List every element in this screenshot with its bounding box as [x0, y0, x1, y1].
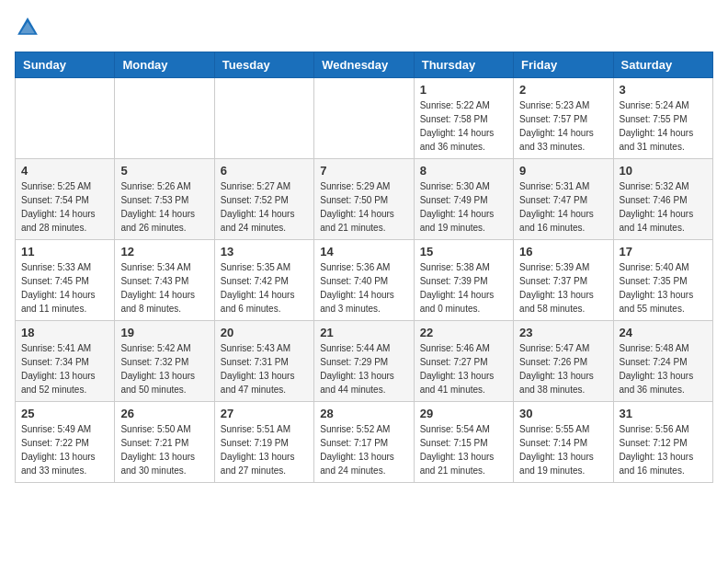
- day-number: 27: [221, 407, 308, 420]
- calendar-cell: [314, 78, 414, 159]
- day-info: Sunrise: 5:24 AM Sunset: 7:55 PM Dayligh…: [620, 98, 707, 154]
- day-info: Sunrise: 5:39 AM Sunset: 7:37 PM Dayligh…: [519, 260, 607, 316]
- day-number: 14: [320, 245, 407, 259]
- day-number: 22: [420, 326, 507, 339]
- calendar-cell: 24Sunrise: 5:48 AM Sunset: 7:24 PM Dayli…: [613, 321, 712, 402]
- day-info: Sunrise: 5:49 AM Sunset: 7:22 PM Dayligh…: [21, 422, 108, 477]
- calendar-cell: 16Sunrise: 5:39 AM Sunset: 7:37 PM Dayli…: [514, 240, 613, 321]
- day-number: 23: [519, 326, 607, 339]
- calendar-cell: 13Sunrise: 5:35 AM Sunset: 7:42 PM Dayli…: [214, 240, 313, 321]
- day-info: Sunrise: 5:46 AM Sunset: 7:27 PM Dayligh…: [420, 341, 507, 396]
- day-info: Sunrise: 5:22 AM Sunset: 7:58 PM Dayligh…: [420, 98, 507, 154]
- day-number: 19: [120, 326, 208, 339]
- day-info: Sunrise: 5:26 AM Sunset: 7:53 PM Dayligh…: [120, 179, 208, 235]
- calendar-cell: 10Sunrise: 5:32 AM Sunset: 7:46 PM Dayli…: [613, 159, 712, 240]
- day-info: Sunrise: 5:56 AM Sunset: 7:12 PM Dayligh…: [620, 422, 707, 477]
- day-info: Sunrise: 5:30 AM Sunset: 7:49 PM Dayligh…: [420, 179, 507, 235]
- day-number: 29: [420, 407, 507, 420]
- calendar-cell: 11Sunrise: 5:33 AM Sunset: 7:45 PM Dayli…: [16, 240, 115, 321]
- calendar-cell: 6Sunrise: 5:27 AM Sunset: 7:52 PM Daylig…: [214, 159, 313, 240]
- day-info: Sunrise: 5:54 AM Sunset: 7:15 PM Dayligh…: [420, 422, 507, 477]
- day-info: Sunrise: 5:32 AM Sunset: 7:46 PM Dayligh…: [620, 179, 707, 235]
- calendar-cell: 27Sunrise: 5:51 AM Sunset: 7:19 PM Dayli…: [214, 402, 313, 483]
- calendar-week-1: 1Sunrise: 5:22 AM Sunset: 7:58 PM Daylig…: [16, 78, 713, 159]
- day-info: Sunrise: 5:55 AM Sunset: 7:14 PM Dayligh…: [519, 422, 607, 477]
- calendar-header-row: SundayMondayTuesdayWednesdayThursdayFrid…: [16, 52, 713, 78]
- day-info: Sunrise: 5:29 AM Sunset: 7:50 PM Dayligh…: [320, 179, 407, 235]
- day-number: 9: [519, 164, 607, 178]
- day-number: 24: [620, 326, 707, 339]
- day-number: 3: [620, 83, 707, 97]
- calendar-week-5: 25Sunrise: 5:49 AM Sunset: 7:22 PM Dayli…: [16, 402, 713, 483]
- day-number: 2: [519, 83, 607, 97]
- day-number: 18: [21, 326, 108, 339]
- day-info: Sunrise: 5:50 AM Sunset: 7:21 PM Dayligh…: [120, 422, 208, 477]
- day-number: 8: [420, 164, 507, 178]
- day-number: 7: [320, 164, 407, 178]
- calendar-cell: 28Sunrise: 5:52 AM Sunset: 7:17 PM Dayli…: [314, 402, 414, 483]
- logo: [15, 15, 44, 40]
- day-number: 26: [120, 407, 208, 420]
- day-info: Sunrise: 5:34 AM Sunset: 7:43 PM Dayligh…: [120, 260, 208, 316]
- day-info: Sunrise: 5:33 AM Sunset: 7:45 PM Dayligh…: [21, 260, 108, 316]
- logo-icon: [15, 15, 40, 40]
- day-number: 13: [221, 245, 308, 259]
- day-number: 15: [420, 245, 507, 259]
- calendar-cell: 14Sunrise: 5:36 AM Sunset: 7:40 PM Dayli…: [314, 240, 414, 321]
- day-info: Sunrise: 5:44 AM Sunset: 7:29 PM Dayligh…: [320, 341, 407, 396]
- calendar-cell: 1Sunrise: 5:22 AM Sunset: 7:58 PM Daylig…: [414, 78, 513, 159]
- calendar-cell: 3Sunrise: 5:24 AM Sunset: 7:55 PM Daylig…: [613, 78, 712, 159]
- day-number: 30: [519, 407, 607, 420]
- day-number: 4: [21, 164, 108, 178]
- calendar-week-3: 11Sunrise: 5:33 AM Sunset: 7:45 PM Dayli…: [16, 240, 713, 321]
- day-info: Sunrise: 5:43 AM Sunset: 7:31 PM Dayligh…: [221, 341, 308, 396]
- day-info: Sunrise: 5:51 AM Sunset: 7:19 PM Dayligh…: [221, 422, 308, 477]
- calendar-cell: 4Sunrise: 5:25 AM Sunset: 7:54 PM Daylig…: [16, 159, 115, 240]
- day-info: Sunrise: 5:27 AM Sunset: 7:52 PM Dayligh…: [221, 179, 308, 235]
- day-info: Sunrise: 5:36 AM Sunset: 7:40 PM Dayligh…: [320, 260, 407, 316]
- col-header-saturday: Saturday: [613, 52, 712, 78]
- calendar-cell: 30Sunrise: 5:55 AM Sunset: 7:14 PM Dayli…: [514, 402, 613, 483]
- calendar-cell: 12Sunrise: 5:34 AM Sunset: 7:43 PM Dayli…: [115, 240, 214, 321]
- calendar-week-4: 18Sunrise: 5:41 AM Sunset: 7:34 PM Dayli…: [16, 321, 713, 402]
- day-info: Sunrise: 5:48 AM Sunset: 7:24 PM Dayligh…: [620, 341, 707, 396]
- calendar-cell: 19Sunrise: 5:42 AM Sunset: 7:32 PM Dayli…: [115, 321, 214, 402]
- day-number: 6: [221, 164, 308, 178]
- day-info: Sunrise: 5:42 AM Sunset: 7:32 PM Dayligh…: [120, 341, 208, 396]
- calendar-cell: 2Sunrise: 5:23 AM Sunset: 7:57 PM Daylig…: [514, 78, 613, 159]
- day-number: 21: [320, 326, 407, 339]
- day-info: Sunrise: 5:35 AM Sunset: 7:42 PM Dayligh…: [221, 260, 308, 316]
- calendar-cell: [115, 78, 214, 159]
- calendar-cell: 8Sunrise: 5:30 AM Sunset: 7:49 PM Daylig…: [414, 159, 513, 240]
- col-header-monday: Monday: [115, 52, 214, 78]
- day-info: Sunrise: 5:41 AM Sunset: 7:34 PM Dayligh…: [21, 341, 108, 396]
- calendar-cell: 17Sunrise: 5:40 AM Sunset: 7:35 PM Dayli…: [613, 240, 712, 321]
- day-number: 12: [120, 245, 208, 259]
- day-info: Sunrise: 5:23 AM Sunset: 7:57 PM Dayligh…: [519, 98, 607, 154]
- calendar-cell: 21Sunrise: 5:44 AM Sunset: 7:29 PM Dayli…: [314, 321, 414, 402]
- day-number: 25: [21, 407, 108, 420]
- calendar-cell: 15Sunrise: 5:38 AM Sunset: 7:39 PM Dayli…: [414, 240, 513, 321]
- day-info: Sunrise: 5:47 AM Sunset: 7:26 PM Dayligh…: [519, 341, 607, 396]
- day-info: Sunrise: 5:40 AM Sunset: 7:35 PM Dayligh…: [620, 260, 707, 316]
- calendar-cell: 9Sunrise: 5:31 AM Sunset: 7:47 PM Daylig…: [514, 159, 613, 240]
- day-number: 11: [21, 245, 108, 259]
- day-info: Sunrise: 5:25 AM Sunset: 7:54 PM Dayligh…: [21, 179, 108, 235]
- calendar-table: SundayMondayTuesdayWednesdayThursdayFrid…: [15, 52, 713, 483]
- calendar-week-2: 4Sunrise: 5:25 AM Sunset: 7:54 PM Daylig…: [16, 159, 713, 240]
- day-number: 16: [519, 245, 607, 259]
- day-number: 20: [221, 326, 308, 339]
- day-number: 10: [620, 164, 707, 178]
- col-header-wednesday: Wednesday: [314, 52, 414, 78]
- calendar-cell: 31Sunrise: 5:56 AM Sunset: 7:12 PM Dayli…: [613, 402, 712, 483]
- day-number: 17: [620, 245, 707, 259]
- calendar-cell: [214, 78, 313, 159]
- day-number: 5: [120, 164, 208, 178]
- day-number: 1: [420, 83, 507, 97]
- calendar-cell: 22Sunrise: 5:46 AM Sunset: 7:27 PM Dayli…: [414, 321, 513, 402]
- day-info: Sunrise: 5:31 AM Sunset: 7:47 PM Dayligh…: [519, 179, 607, 235]
- calendar-cell: 23Sunrise: 5:47 AM Sunset: 7:26 PM Dayli…: [514, 321, 613, 402]
- day-info: Sunrise: 5:38 AM Sunset: 7:39 PM Dayligh…: [420, 260, 507, 316]
- day-info: Sunrise: 5:52 AM Sunset: 7:17 PM Dayligh…: [320, 422, 407, 477]
- page-header: [15, 15, 713, 40]
